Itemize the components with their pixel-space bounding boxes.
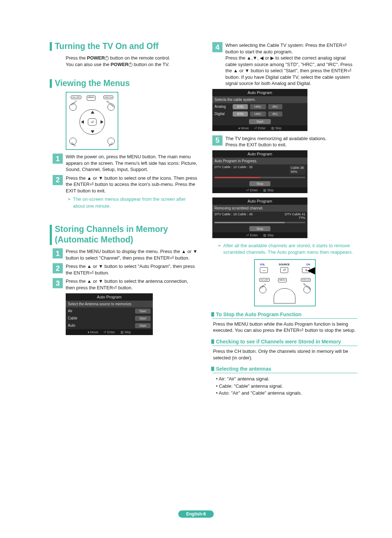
bullet-cable: Cable: "Cable" antenna signal. xyxy=(212,383,358,390)
para-power-remote: Press the POWER button on the remote con… xyxy=(53,55,198,68)
subhead-check-stored: Checking to see if Channels were Stored … xyxy=(212,339,358,346)
step-text: Press the ▲ or ▼ button to select one of… xyxy=(66,175,198,194)
osd-label: Air xyxy=(68,309,84,313)
remote-diagram: CH LIST MENU FAV.CH TOOLS RETURN ⏎ INFO … xyxy=(66,92,118,150)
foot-skip: ▥ Skip xyxy=(263,188,274,192)
osd-label: Digital xyxy=(215,112,230,116)
right-arrow-icon xyxy=(101,120,103,124)
osd-row-cable: CableStart xyxy=(66,315,153,322)
step-number: 2 xyxy=(53,175,63,185)
favch-button: FAV.CH xyxy=(301,278,311,282)
osd-counts: DTV Cable : 16 Cable : 45 xyxy=(215,212,253,220)
osd-opt-hrc: HRC xyxy=(250,104,266,109)
ch-label: CH xyxy=(306,263,311,266)
remote-diagram-2: VOL SOURCE CH – ⏎ ∨ CH LIST MENU FAV.CH … xyxy=(254,259,316,306)
osd-opt-irc: IRC xyxy=(268,111,283,117)
remote-chlist-button: CH LIST xyxy=(71,95,81,99)
text-segment: The TV begins memorizing all available s… xyxy=(225,136,327,141)
bold-power: POWER xyxy=(87,55,105,61)
heading-storing-channels: Storing Channels in Memory (Automatic Me… xyxy=(50,224,198,245)
osd-status-row: DTV Cable : 16 Cable : 45 DTV Cable 4177… xyxy=(212,212,307,220)
heading-viewing-menus: Viewing the Menus xyxy=(50,78,198,88)
text-segment: Press the ▲,▼, ◀ or ▶ to select the corr… xyxy=(225,55,352,86)
text-segment: You can also use the xyxy=(66,62,111,67)
power-icon xyxy=(128,63,132,67)
step-number: 1 xyxy=(53,154,63,164)
osd-subtitle: Removing scrambled channel. xyxy=(212,205,307,212)
osd-row-digital: Digital STD HRC IRC xyxy=(212,110,307,118)
menu-button: MENU xyxy=(278,278,287,282)
osd-opt-irc: IRC xyxy=(268,104,283,109)
step-3-storing: 3 Press the ▲ or ▼ button to select the … xyxy=(53,278,198,291)
text-segment: Press the xyxy=(66,55,87,61)
osd-subtitle: Auto Program in Progress. xyxy=(212,158,307,164)
note-scrambled-removed: After all the available channels are sto… xyxy=(212,242,358,256)
foot-enter: ⏎ Enter xyxy=(246,188,258,192)
osd-progress: Auto Program Auto Program in Progress. D… xyxy=(212,150,307,193)
osd-footer: ⏎ Enter ▥ Skip xyxy=(212,187,307,193)
osd-percent: 50% xyxy=(291,170,297,174)
osd-removing-scrambled: Auto Program Removing scrambled channel.… xyxy=(212,197,307,238)
step-text: Press the MENU button to display the men… xyxy=(66,248,198,261)
step-number: 2 xyxy=(53,263,63,273)
osd-cable-system: Auto Program Selects the cable system. A… xyxy=(212,89,307,131)
osd-label: Auto xyxy=(68,323,84,327)
foot-enter: ⏎ Enter xyxy=(254,126,266,130)
bullet-air: Air: "Air" antenna signal. xyxy=(212,375,358,383)
step-4-cable-system: 4 When selecting the Cable TV system: Pr… xyxy=(212,42,358,87)
osd-title: Auto Program xyxy=(212,150,307,158)
antenna-bullet-list: Air: "Air" antenna signal. Cable: "Cable… xyxy=(212,375,358,397)
osd-percent: 77% xyxy=(299,216,305,220)
heading-line1: Storing Channels in Memory xyxy=(55,224,168,234)
osd-subtitle: Select the Antenna source to memorize. xyxy=(66,301,153,307)
osd-label: Analog xyxy=(215,105,230,109)
osd-row-auto: AutoStart xyxy=(66,322,153,329)
step-number: 4 xyxy=(212,42,222,52)
step-number: 3 xyxy=(53,278,63,288)
osd-title: Auto Program xyxy=(212,197,307,205)
vol-label: VOL xyxy=(259,263,266,266)
osd-start-row: Start xyxy=(212,118,307,125)
osd-channel-num: DTV Cable 41 xyxy=(285,212,305,216)
osd-channel-num: Cable 38 xyxy=(291,166,304,170)
osd-footer: ⏎ Enter ▥ Skip xyxy=(212,232,307,238)
text-segment: Press the EXIT button to exit. xyxy=(225,142,287,147)
step-1-viewing: 1 With the power on, press the MENU butt… xyxy=(53,154,198,173)
chlist-button: CH LIST xyxy=(259,278,270,282)
osd-start-button: Start xyxy=(135,309,151,314)
osd-title: Auto Program xyxy=(66,293,153,301)
step-2-storing: 2 Press the ▲ or ▼ button to select "Aut… xyxy=(53,263,198,276)
osd-stop-button: Stop xyxy=(249,181,271,186)
foot-enter: ⏎ Enter xyxy=(103,330,115,334)
subhead-select-antennas: Selecting the antennas xyxy=(212,366,358,373)
osd-antenna-select: Auto Program Select the Antenna source t… xyxy=(66,293,153,335)
osd-subtitle: Selects the cable system. xyxy=(212,96,307,103)
page-number-badge: English-8 xyxy=(178,510,214,518)
step-text: Press the ▲ or ▼ button to select the an… xyxy=(66,278,198,291)
text-segment: When selecting the Cable TV system: Pres… xyxy=(225,42,347,54)
text-segment: button on the TV. xyxy=(132,62,170,67)
source-label: SOURCE xyxy=(278,263,290,266)
vol-minus-button: – xyxy=(260,267,268,273)
remote-menu-button: MENU xyxy=(87,95,95,101)
osd-start-button: Start xyxy=(249,119,270,124)
bold-power: POWER xyxy=(111,62,128,67)
osd-counts: DTV Cable : 12 Cable : 32 xyxy=(215,165,253,175)
osd-progress-text: DTV Cable 4177% xyxy=(285,212,305,220)
osd-stop-row: Stop xyxy=(212,225,307,232)
foot-skip: ▥ Skip xyxy=(263,233,274,237)
osd-opt-hrc: HRC xyxy=(250,111,266,117)
step-text: Press the ▲ or ▼ button to select "Auto … xyxy=(66,263,198,276)
foot-move: ♦ Move xyxy=(238,126,249,130)
foot-skip: ▥ Skip xyxy=(271,126,282,130)
dpad-arc xyxy=(274,288,295,303)
step-text: When selecting the Cable TV system: Pres… xyxy=(225,42,358,87)
osd-title: Auto Program xyxy=(212,89,307,96)
subbody-stop-auto-program: Press the MENU button while the Auto Pro… xyxy=(212,321,358,334)
subbody-check-stored: Press the CH button. Only the channels s… xyxy=(212,348,358,361)
osd-progress-box: Cable 3850% xyxy=(289,165,305,175)
step-text: With the power on, press the MENU button… xyxy=(66,154,198,173)
step-2-viewing: 2 Press the ▲ or ▼ button to select one … xyxy=(53,175,198,194)
subhead-stop-auto-program: To Stop the Auto Program Function xyxy=(212,311,358,319)
remote-favch-button: FAV.CH xyxy=(103,95,113,99)
